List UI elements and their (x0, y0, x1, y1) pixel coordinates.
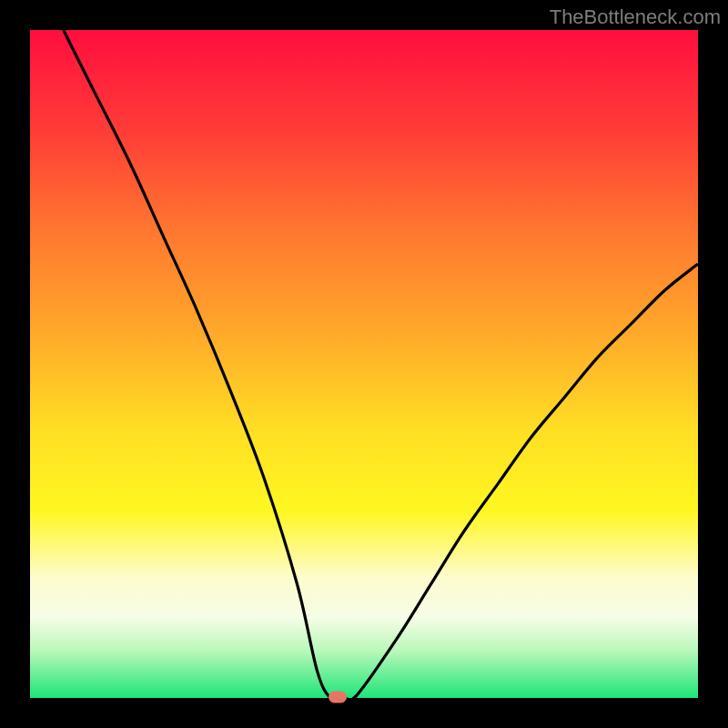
recommendation-marker (329, 691, 347, 703)
chart-container: TheBottleneck.com (0, 0, 728, 728)
watermark-text: TheBottleneck.com (550, 5, 721, 29)
bottleneck-curve-svg (30, 30, 698, 698)
bottleneck-curve-path (64, 30, 698, 698)
